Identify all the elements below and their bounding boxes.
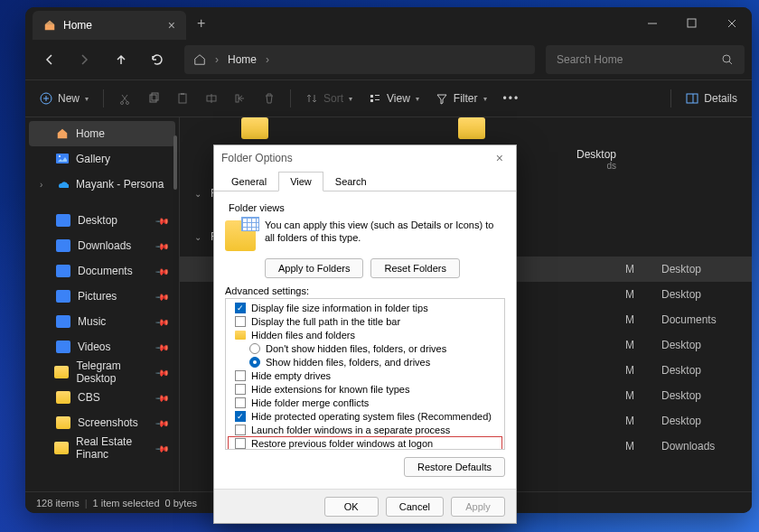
tab-home[interactable]: Home × bbox=[33, 11, 186, 40]
reset-folders-button[interactable]: Reset Folders bbox=[370, 258, 459, 278]
sidebar-item-telegram-desktop[interactable]: Telegram Desktop📌 bbox=[29, 359, 175, 385]
cut-button[interactable] bbox=[111, 85, 138, 112]
scrollbar[interactable] bbox=[173, 135, 177, 190]
sidebar-item-label: Mayank - Persona bbox=[76, 178, 164, 191]
maximize-button[interactable] bbox=[672, 7, 712, 40]
tab-view[interactable]: View bbox=[278, 172, 323, 191]
blue-icon bbox=[56, 214, 70, 227]
details-pane-button[interactable]: Details bbox=[679, 85, 745, 112]
setting-item[interactable]: Restore previous folder windows at logon bbox=[228, 436, 502, 450]
svg-rect-15 bbox=[687, 94, 698, 103]
setting-item[interactable]: Launch folder windows in a separate proc… bbox=[230, 423, 501, 436]
tab-search[interactable]: Search bbox=[323, 172, 379, 191]
setting-label: Restore previous folder windows at logon bbox=[251, 438, 433, 449]
sidebar-item-home[interactable]: Home bbox=[29, 121, 175, 146]
dialog-buttons: OK Cancel Apply bbox=[214, 489, 516, 523]
sidebar-item-label: Pictures bbox=[78, 290, 117, 303]
folder-options-dialog: Folder Options × General View Search Fol… bbox=[213, 145, 517, 524]
ok-button[interactable]: OK bbox=[324, 497, 379, 517]
sidebar-item-screenshots[interactable]: Screenshots📌 bbox=[29, 410, 175, 435]
paste-button[interactable] bbox=[169, 85, 196, 112]
forward-button[interactable] bbox=[69, 45, 101, 74]
minimize-button[interactable] bbox=[632, 7, 672, 40]
titlebar: Home × + bbox=[25, 7, 752, 40]
sidebar-item-documents[interactable]: Documents📌 bbox=[29, 258, 175, 284]
pin-icon: 📌 bbox=[155, 441, 170, 455]
search-input[interactable]: Search Home bbox=[546, 45, 745, 74]
sidebar-item-label: Downloads bbox=[78, 239, 131, 252]
new-tab-button[interactable]: + bbox=[186, 15, 216, 32]
sidebar-item-cbs[interactable]: CBS📌 bbox=[29, 385, 175, 410]
refresh-button[interactable] bbox=[141, 45, 173, 74]
dialog-title-bar: Folder Options × bbox=[214, 145, 516, 171]
chevron-right-icon: › bbox=[40, 180, 49, 190]
dialog-tabs: General View Search bbox=[214, 171, 516, 191]
setting-item[interactable]: Don't show hidden files, folders, or dri… bbox=[230, 341, 501, 355]
folder-icon bbox=[235, 331, 246, 340]
setting-label: Display file size information in folder … bbox=[251, 303, 428, 313]
checkbox-icon bbox=[235, 316, 246, 327]
apply-to-folders-button[interactable]: Apply to Folders bbox=[265, 258, 363, 278]
sidebar-item-pictures[interactable]: Pictures📌 bbox=[29, 284, 175, 309]
setting-item[interactable]: ✓Hide protected operating system files (… bbox=[230, 409, 501, 423]
setting-item[interactable]: Hidden files and folders bbox=[230, 328, 501, 341]
back-button[interactable] bbox=[33, 45, 65, 74]
breadcrumb[interactable]: › Home › bbox=[184, 45, 535, 74]
sort-button[interactable]: Sort▾ bbox=[298, 85, 360, 112]
svg-rect-12 bbox=[375, 95, 380, 96]
apply-button[interactable]: Apply bbox=[451, 497, 505, 517]
setting-item[interactable]: Hide folder merge conflicts bbox=[230, 396, 501, 409]
toolbar: New ▾ Sort▾ View▾ Filter▾ ••• Details bbox=[25, 79, 752, 117]
radio-icon bbox=[249, 343, 260, 354]
sidebar-item-music[interactable]: Music📌 bbox=[29, 309, 175, 334]
setting-item[interactable]: Show hidden files, folders, and drives bbox=[230, 355, 501, 369]
advanced-settings-list[interactable]: ✓Display file size information in folder… bbox=[225, 298, 505, 450]
setting-item[interactable]: Hide empty drives bbox=[230, 369, 501, 382]
sidebar-item-gallery[interactable]: Gallery bbox=[29, 146, 175, 172]
share-button[interactable] bbox=[227, 85, 254, 112]
rename-button[interactable] bbox=[198, 85, 225, 112]
blue-icon bbox=[56, 315, 70, 328]
more-button[interactable]: ••• bbox=[496, 85, 528, 112]
setting-label: Show hidden files, folders, and drives bbox=[266, 357, 430, 368]
cell: Desktop bbox=[634, 263, 752, 275]
checkbox-icon bbox=[235, 397, 246, 408]
blue-icon bbox=[56, 290, 70, 303]
new-button[interactable]: New ▾ bbox=[33, 85, 96, 112]
filter-button[interactable]: Filter▾ bbox=[428, 85, 494, 112]
folder-icon bbox=[241, 117, 268, 139]
sort-label: Sort bbox=[323, 92, 343, 105]
view-button[interactable]: View▾ bbox=[361, 85, 426, 112]
sidebar-item-videos[interactable]: Videos📌 bbox=[29, 334, 175, 359]
setting-label: Don't show hidden files, folders, or dri… bbox=[266, 343, 446, 354]
checkbox-icon: ✓ bbox=[235, 303, 246, 313]
setting-label: Hide protected operating system files (R… bbox=[251, 411, 492, 422]
pin-icon: 📌 bbox=[155, 365, 170, 379]
sidebar: HomeGallery›Mayank - PersonaDesktop📌Down… bbox=[25, 117, 179, 491]
pin-icon: 📌 bbox=[155, 390, 170, 405]
close-tab-icon[interactable]: × bbox=[168, 18, 175, 33]
sidebar-item-mayank---persona[interactable]: ›Mayank - Persona bbox=[29, 172, 175, 197]
svg-rect-10 bbox=[236, 95, 239, 102]
cancel-button[interactable]: Cancel bbox=[386, 497, 444, 517]
cell: Desktop bbox=[634, 288, 752, 301]
sidebar-item-real-estate-financ[interactable]: Real Estate Financ📌 bbox=[29, 435, 175, 461]
setting-item[interactable]: Display the full path in the title bar bbox=[230, 314, 501, 328]
checkbox-icon bbox=[235, 425, 246, 435]
restore-defaults-button[interactable]: Restore Defaults bbox=[404, 457, 505, 477]
copy-button[interactable] bbox=[140, 85, 167, 112]
sidebar-item-label: Gallery bbox=[76, 153, 110, 165]
cell: Desktop bbox=[634, 415, 752, 427]
close-dialog-button[interactable]: × bbox=[491, 151, 509, 165]
sidebar-item-downloads[interactable]: Downloads📌 bbox=[29, 233, 175, 258]
up-button[interactable] bbox=[105, 45, 137, 74]
sidebar-item-desktop[interactable]: Desktop📌 bbox=[29, 208, 175, 233]
tab-general[interactable]: General bbox=[220, 172, 278, 191]
delete-button[interactable] bbox=[256, 85, 283, 112]
setting-item[interactable]: Hide extensions for known file types bbox=[230, 382, 501, 396]
checkbox-icon bbox=[235, 384, 246, 395]
divider bbox=[103, 89, 104, 107]
close-window-button[interactable] bbox=[712, 7, 752, 40]
setting-item[interactable]: ✓Display file size information in folder… bbox=[230, 301, 501, 314]
setting-label: Hide folder merge conflicts bbox=[251, 397, 369, 408]
